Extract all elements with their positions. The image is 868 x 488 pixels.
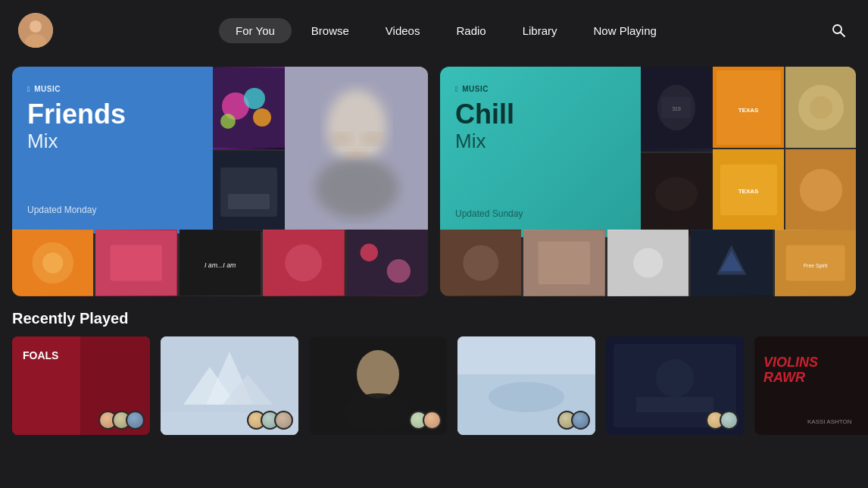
svg-point-16 [330, 133, 353, 145]
rp-item-1[interactable]: FOALS [12, 336, 150, 435]
svg-point-15 [315, 158, 398, 218]
svg-text:RAWR: RAWR [763, 370, 805, 385]
chill-apple-logo-icon:  [455, 85, 458, 93]
chill-mix-card[interactable]:  MUSIC Chill Mix Updated Sunday [440, 67, 856, 296]
friends-small-3: I am...I am [180, 230, 261, 296]
svg-point-49 [463, 246, 498, 281]
app-container: For You Browse Videos Radio Library Now … [0, 0, 868, 488]
mix-section:  MUSIC Friends Mix Updated Monday [0, 67, 868, 296]
friends-hero-thumb [285, 67, 428, 230]
svg-text:I am...I am: I am...I am [205, 261, 236, 269]
rp-2-avatars [247, 411, 293, 430]
svg-point-1 [30, 20, 42, 33]
rp-item-6[interactable]: VIOLINS RAWR KASSI ASHTON [754, 336, 868, 435]
recently-played-section: Recently Played FOALS [0, 310, 868, 435]
rp-3-avatars [409, 411, 442, 430]
rp-5-avatars [706, 411, 738, 430]
friends-small-5 [347, 230, 428, 296]
tab-for-you[interactable]: For You [219, 18, 292, 43]
friends-mix-subtitle: Mix [27, 130, 198, 153]
chill-grid-3: TEXAS [713, 149, 784, 230]
chill-mix-info:  MUSIC Chill Mix Updated Sunday [440, 67, 641, 237]
search-button[interactable] [827, 19, 850, 42]
rp-item-5[interactable] [606, 336, 744, 435]
rp-4-avatars [557, 411, 590, 430]
chill-hero-grid: TEXAS [713, 67, 856, 230]
chill-grid-1: TEXAS [713, 67, 784, 148]
chill-mix-updated: Updated Sunday [455, 208, 626, 219]
friend-avatar-2c [274, 411, 293, 430]
svg-text:319: 319 [672, 106, 681, 111]
svg-point-70 [357, 350, 399, 399]
friends-mix-top:  MUSIC Friends Mix Updated Monday [12, 67, 428, 230]
friends-mix-updated: Updated Monday [27, 205, 198, 215]
svg-point-27 [286, 245, 323, 282]
chill-small-2 [523, 230, 604, 296]
chill-small-4 [691, 230, 772, 296]
chill-small-5: Free Spirit [775, 230, 856, 296]
friends-mix-title: Friends [27, 99, 198, 130]
friends-badge-text: MUSIC [34, 85, 61, 93]
chill-mix-top:  MUSIC Chill Mix Updated Sunday [440, 67, 856, 230]
svg-point-47 [800, 169, 842, 211]
rp-1-avatars [98, 411, 145, 430]
friend-avatar-1c [126, 411, 145, 430]
svg-rect-12 [228, 194, 270, 209]
svg-rect-11 [220, 167, 277, 217]
svg-text:FOALS: FOALS [23, 349, 58, 361]
svg-line-4 [841, 33, 845, 37]
svg-text:KASSI ASHTON: KASSI ASHTON [807, 418, 852, 425]
tab-radio[interactable]: Radio [439, 18, 502, 43]
chill-thumb-2 [641, 153, 713, 238]
rp-item-2[interactable] [161, 336, 298, 435]
svg-text:VIOLINS: VIOLINS [763, 355, 818, 370]
apple-logo-icon:  [27, 85, 30, 93]
svg-point-9 [220, 114, 236, 129]
svg-point-30 [386, 259, 410, 283]
friends-album-strip: I am...I am [12, 230, 428, 296]
tab-videos[interactable]: Videos [369, 18, 437, 43]
svg-point-7 [244, 88, 265, 109]
friends-small-1 [12, 230, 93, 296]
friend-avatar-3b [423, 411, 442, 430]
svg-rect-28 [347, 230, 428, 296]
svg-rect-23 [111, 246, 162, 281]
chill-small-3 [607, 230, 688, 296]
tab-browse[interactable]: Browse [295, 18, 366, 43]
user-avatar[interactable] [18, 13, 53, 48]
chill-album-strip: Free Spirit [440, 230, 856, 296]
friends-mix-info:  MUSIC Friends Mix Updated Monday [12, 67, 213, 233]
svg-point-29 [360, 244, 377, 261]
chill-badge-text: MUSIC [462, 85, 489, 93]
svg-rect-78 [636, 397, 713, 412]
svg-point-21 [42, 252, 63, 273]
nav-tabs: For You Browse Videos Radio Library Now … [74, 18, 818, 43]
friends-thumb-2 [213, 151, 285, 233]
chill-side-thumbs: 319 [641, 67, 713, 237]
friends-mix-card[interactable]:  MUSIC Friends Mix Updated Monday [12, 67, 428, 296]
svg-point-42 [810, 96, 832, 119]
friends-badge:  MUSIC [27, 85, 198, 93]
recently-played-label: Recently Played [12, 310, 856, 327]
content-area:  MUSIC Friends Mix Updated Monday [0, 61, 868, 488]
rp-item-4[interactable] [457, 336, 595, 435]
svg-point-18 [348, 149, 366, 158]
friends-small-2 [95, 230, 176, 296]
svg-point-74 [489, 382, 564, 412]
tab-now-playing[interactable]: Now Playing [577, 18, 673, 43]
svg-text:TEXAS: TEXAS [738, 107, 759, 114]
svg-point-36 [655, 177, 698, 211]
friends-thumb-1 [213, 67, 285, 149]
tab-library[interactable]: Library [506, 18, 574, 43]
chill-small-1 [440, 230, 521, 296]
chill-thumb-1: 319 [641, 67, 713, 152]
friends-side-thumbs [213, 67, 285, 233]
friend-avatar-5b [720, 411, 738, 430]
chill-grid-2 [785, 67, 856, 148]
svg-point-77 [656, 359, 694, 397]
svg-rect-51 [539, 242, 590, 285]
chill-mix-title: Chill [455, 99, 626, 130]
rp-item-3[interactable] [309, 336, 447, 435]
svg-point-53 [633, 248, 663, 277]
chill-grid-4 [785, 149, 856, 230]
